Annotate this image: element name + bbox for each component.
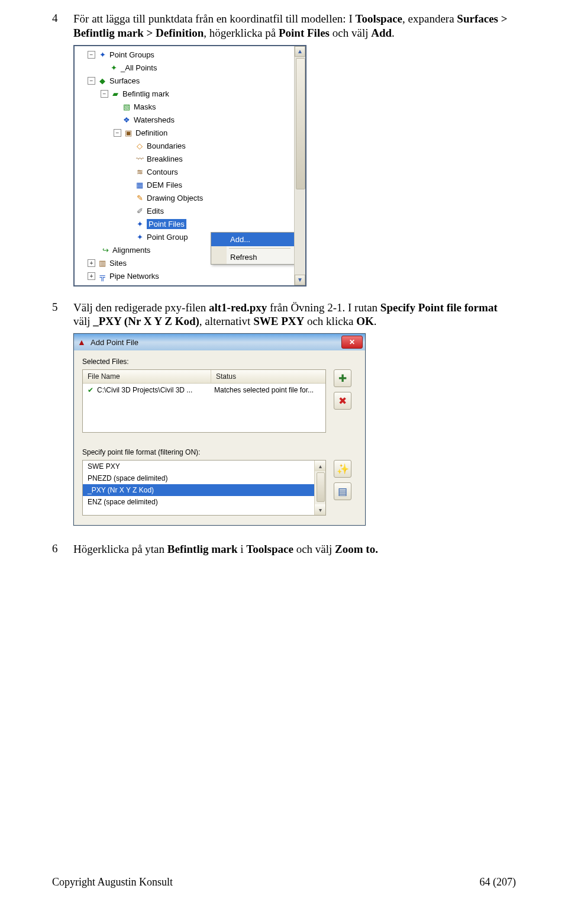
dialog-titlebar[interactable]: ▲ Add Point File ✕: [74, 334, 365, 350]
step-5-number: 5: [52, 301, 73, 314]
scroll-up-icon[interactable]: ▲: [295, 46, 305, 57]
definition-icon: ▣: [124, 128, 133, 138]
tree-masks[interactable]: ▧ Masks: [77, 101, 293, 114]
properties-icon: ▤: [338, 485, 347, 498]
selected-files-label: Selected Files:: [82, 358, 357, 366]
format-option-enz[interactable]: ENZ (space delimited): [83, 496, 325, 508]
surface-icon: ▰: [111, 89, 120, 99]
step-4: 4 För att lägga till punktdata från en k…: [52, 12, 516, 40]
step-4-number: 4: [52, 12, 73, 25]
file-row[interactable]: ✔ C:\Civil 3D Projects\Civil 3D ... Matc…: [83, 384, 325, 397]
plus-icon: ✚: [338, 372, 347, 385]
pipe-networks-icon: ╦: [98, 272, 107, 281]
format-option-pxy[interactable]: _PXY (Nr X Y Z Kod): [83, 484, 325, 496]
point-group-icon: ✦: [135, 233, 144, 242]
breaklines-icon: 〰: [135, 154, 144, 164]
page-footer: Copyright Augustin Konsult 64 (207): [52, 876, 516, 888]
tree-edits[interactable]: ✐ Edits: [77, 205, 293, 218]
collapse-icon[interactable]: −: [88, 51, 95, 59]
new-format-button[interactable]: ✨: [334, 460, 351, 478]
points-icon: ✦: [109, 63, 118, 73]
menu-separator: [229, 248, 291, 249]
tree-definition[interactable]: − ▣ Definition: [77, 127, 293, 140]
boundaries-icon: ◇: [135, 141, 144, 151]
footer-page-number: 64 (207): [480, 876, 517, 888]
tree-drawing-objects[interactable]: ✎ Drawing Objects: [77, 192, 293, 205]
edits-icon: ✐: [135, 207, 144, 216]
step-4-text: För att lägga till punktdata från en koo…: [73, 12, 516, 40]
tree-boundaries[interactable]: ◇ Boundaries: [77, 140, 293, 153]
expand-icon[interactable]: +: [88, 259, 95, 267]
scroll-down-icon[interactable]: ▼: [295, 275, 305, 285]
tree-dem-files[interactable]: ▦ DEM Files: [77, 179, 293, 192]
step-5-text: Välj den redigerade pxy-filen alt1-red.p…: [73, 301, 516, 329]
menu-refresh[interactable]: Refresh: [211, 250, 294, 264]
collapse-icon[interactable]: −: [101, 90, 108, 98]
expand-icon[interactable]: +: [88, 272, 95, 280]
scroll-thumb[interactable]: [296, 58, 305, 189]
tree-breaklines[interactable]: 〰 Breaklines: [77, 153, 293, 166]
format-option-swe-pxy[interactable]: SWE PXY: [83, 461, 325, 472]
tree-point-groups[interactable]: − ✦ Point Groups: [77, 49, 293, 62]
tree-watersheds[interactable]: ❖ Watersheds: [77, 114, 293, 127]
tree-surfaces[interactable]: − ◆ Surfaces: [77, 75, 293, 88]
selected-files-table: File Name Status ✔ C:\Civil 3D Projects\…: [82, 369, 326, 433]
scrollbar[interactable]: ▲ ▼: [294, 46, 305, 285]
status-cell: Matches selected point file for...: [214, 386, 322, 394]
scroll-thumb[interactable]: [317, 472, 325, 502]
surfaces-icon: ◆: [98, 76, 107, 86]
list-scrollbar[interactable]: ▴ ▾: [314, 461, 325, 515]
tree-contours[interactable]: ≋ Contours: [77, 166, 293, 179]
format-option-pnezd[interactable]: PNEZD (space delimited): [83, 472, 325, 484]
menu-add[interactable]: Add...: [211, 233, 294, 246]
alignments-icon: ↪: [101, 246, 110, 255]
step-6: 6 Högerklicka på ytan Befintlig mark i T…: [52, 542, 516, 556]
scroll-up-icon[interactable]: ▴: [315, 461, 325, 471]
col-file-name[interactable]: File Name: [83, 370, 211, 383]
remove-file-button[interactable]: ✖: [334, 392, 351, 410]
tree-all-points[interactable]: ✦ _All Points: [77, 62, 293, 75]
step-5: 5 Välj den redigerade pxy-filen alt1-red…: [52, 301, 516, 329]
scroll-down-icon[interactable]: ▾: [315, 504, 325, 515]
step-6-text: Högerklicka på ytan Befintlig mark i Too…: [73, 542, 516, 556]
contours-icon: ≋: [135, 168, 144, 177]
collapse-icon[interactable]: −: [114, 129, 121, 137]
check-icon: ✔: [86, 386, 95, 394]
edit-format-button[interactable]: ▤: [334, 482, 351, 500]
dialog-title: Add Point File: [91, 338, 341, 347]
close-button[interactable]: ✕: [341, 336, 363, 349]
point-groups-icon: ✦: [98, 50, 107, 60]
file-name-cell: C:\Civil 3D Projects\Civil 3D ...: [97, 386, 214, 394]
dem-icon: ▦: [135, 181, 144, 190]
tree-pipe-networks[interactable]: + ╦ Pipe Networks: [77, 270, 293, 283]
footer-copyright: Copyright Augustin Konsult: [52, 876, 433, 888]
step-6-number: 6: [52, 542, 73, 555]
add-point-file-dialog: ▲ Add Point File ✕ Selected Files: File …: [73, 333, 366, 526]
col-status[interactable]: Status: [211, 370, 325, 383]
tree-point-files[interactable]: ✦ Point Files: [77, 218, 293, 231]
wand-icon: ✨: [337, 463, 349, 475]
context-menu: Add... Refresh: [211, 232, 295, 265]
format-list[interactable]: SWE PXY PNEZD (space delimited) _PXY (Nr…: [82, 460, 326, 516]
add-file-button[interactable]: ✚: [334, 369, 351, 387]
collapse-icon[interactable]: −: [88, 77, 95, 85]
toolspace-screenshot: − ✦ Point Groups ✦ _All Points − ◆ Surfa…: [73, 45, 306, 286]
cross-icon: ✖: [338, 395, 347, 407]
specify-format-label: Specify point file format (filtering ON)…: [82, 448, 357, 456]
masks-icon: ▧: [122, 102, 131, 112]
point-files-icon: ✦: [135, 220, 144, 229]
drawing-objects-icon: ✎: [135, 194, 144, 203]
app-icon: ▲: [76, 337, 87, 347]
watersheds-icon: ❖: [122, 115, 131, 125]
sites-icon: ▥: [98, 259, 107, 268]
tree-befintlig-mark[interactable]: − ▰ Befintlig mark: [77, 88, 293, 101]
